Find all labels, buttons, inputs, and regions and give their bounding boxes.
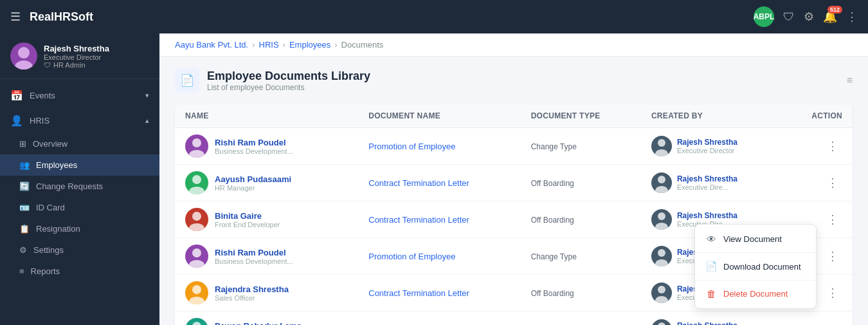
col-doc-name: Document Name — [358, 104, 520, 128]
emp-role-2: Front End Developer — [215, 221, 280, 228]
emp-avatar-3 — [185, 245, 208, 268]
emp-name-1: Aayush Pudasaami — [215, 174, 291, 184]
emp-name-3: Rishi Ram Poudel — [215, 248, 293, 257]
table-header-row: Name Document Name Document Type Created… — [175, 104, 853, 128]
doc-type-4: Off Boarding — [531, 289, 574, 298]
hris-icon: 👤 — [10, 115, 23, 127]
more-options-icon[interactable]: ⋮ — [846, 10, 858, 24]
svg-point-13 — [655, 223, 668, 230]
doc-link-3[interactable]: Promotion of Employee — [368, 252, 455, 261]
svg-point-1 — [15, 60, 33, 70]
cell-emp-5: Pawan Bahadur Lama Executive Director — [175, 311, 358, 326]
emp-avatar-1 — [185, 171, 208, 194]
svg-point-14 — [192, 248, 201, 257]
breadcrumb-hris[interactable]: HRIS — [259, 40, 279, 50]
breadcrumb-employees[interactable]: Employees — [289, 40, 330, 50]
created-avatar-4 — [651, 283, 672, 303]
sidebar-item-change-requests[interactable]: 🔄 Change Requests — [0, 176, 159, 197]
sidebar-item-hris[interactable]: 👤 HRIS ▴ — [0, 108, 159, 133]
page-header-icon: 📄 — [175, 68, 199, 93]
doc-link-1[interactable]: Contract Termination Letter — [368, 178, 469, 188]
overview-icon: ⊞ — [19, 139, 26, 149]
employees-icon: 👥 — [19, 160, 30, 170]
action-button-3[interactable]: ⋮ — [823, 246, 842, 266]
svg-point-20 — [658, 286, 665, 293]
hamburger-icon[interactable]: ☰ — [10, 10, 21, 24]
shield-small-icon: 🛡 — [44, 61, 51, 69]
svg-point-0 — [18, 47, 30, 59]
cell-action-0: ⋮ — [784, 128, 853, 165]
sep2: › — [283, 40, 285, 50]
emp-role-0: Business Development... — [215, 147, 293, 155]
main-content: Aayu Bank Pvt. Ltd. › HRIS › Employees ›… — [159, 33, 868, 325]
cell-emp-0: Rishi Ram Poudel Business Development... — [175, 128, 358, 165]
sidebar: Rajesh Shrestha Executive Director 🛡 HR … — [0, 33, 159, 325]
notification-count: 512 — [827, 6, 842, 14]
dropdown-view-doc[interactable]: 👁 View Document — [695, 227, 816, 251]
created-name-2: Rajesh Shrestha — [677, 211, 737, 220]
shield-icon: 🛡 — [783, 10, 795, 24]
breadcrumb-company[interactable]: Aayu Bank Pvt. Ltd. — [175, 40, 248, 50]
action-button-5[interactable]: ⋮ — [823, 320, 842, 325]
sidebar-item-events[interactable]: 📅 Events ▾ — [0, 83, 159, 108]
cell-created-0: Rajesh Shrestha Executive Director — [641, 128, 784, 165]
sidebar-item-overview[interactable]: ⊞ Overview — [0, 133, 159, 154]
user-avatar — [10, 42, 37, 70]
sidebar-item-id-card[interactable]: 🪪 ID Card — [0, 197, 159, 218]
emp-avatar-4 — [185, 281, 208, 304]
doc-link-4[interactable]: Contract Termination Letter — [368, 288, 469, 298]
dropdown-divider-1 — [695, 252, 816, 253]
delete-icon: 🗑 — [705, 288, 717, 299]
svg-point-16 — [658, 249, 665, 257]
sidebar-item-employees[interactable]: 👥 Employees — [0, 154, 159, 176]
created-avatar-5 — [651, 319, 672, 325]
view-icon: 👁 — [705, 234, 717, 245]
settings-icon[interactable]: ⚙ — [804, 10, 814, 24]
sidebar-item-settings[interactable]: ⚙ Settings — [0, 239, 159, 261]
created-avatar-3 — [651, 246, 672, 266]
col-doc-type: Document Type — [521, 104, 641, 128]
cell-doc-1: Contract Termination Letter — [358, 165, 520, 201]
breadcrumb-current: Documents — [341, 40, 384, 50]
cell-doc-2: Contract Termination Letter — [358, 201, 520, 238]
doc-link-2[interactable]: Contract Termination Letter — [368, 215, 469, 225]
sidebar-item-reports[interactable]: ≡ Reports — [0, 261, 159, 282]
created-avatar-0 — [651, 136, 672, 156]
cell-created-5: Rajesh Shrestha Executive Director — [641, 311, 784, 326]
cell-emp-3: Rishi Ram Poudel Business Development... — [175, 238, 358, 275]
action-button-4[interactable]: ⋮ — [823, 283, 842, 302]
dropdown-download-doc[interactable]: 📄 Download Document — [695, 254, 816, 279]
emp-role-3: Business Development... — [215, 257, 293, 265]
page-header: 📄 Employee Documents Library List of emp… — [175, 68, 853, 93]
svg-point-15 — [189, 260, 204, 268]
created-avatar-1 — [651, 172, 672, 193]
cell-doc-4: Contract Termination Letter — [358, 275, 520, 311]
notifications-wrapper[interactable]: 🔔 512 — [823, 10, 837, 24]
table-row: Aayush Pudasaami HR Manager Contract Ter… — [175, 165, 853, 201]
cell-action-1: ⋮ — [784, 165, 853, 201]
doc-type-3: Change Type — [531, 252, 577, 261]
doc-link-0[interactable]: Promotion of Employee — [368, 142, 455, 151]
action-button-1[interactable]: ⋮ — [823, 173, 842, 192]
download-icon: 📄 — [705, 261, 717, 272]
action-dropdown-menu: 👁 View Document 📄 Download Document 🗑 De… — [694, 224, 817, 309]
svg-point-8 — [658, 176, 665, 183]
cell-emp-2: Binita Gaire Front End Developer — [175, 201, 358, 238]
table-row: Pawan Bahadur Lama Executive Director Co… — [175, 311, 853, 326]
svg-point-11 — [189, 223, 204, 231]
nav-section: 📅 Events ▾ 👤 HRIS ▴ ⊞ Overview 👥 Employe… — [0, 79, 159, 286]
cell-type-0: Change Type — [521, 128, 641, 165]
sidebar-item-resignation[interactable]: 📋 Resignation — [0, 218, 159, 239]
app-brand: RealHRSoft — [30, 10, 93, 24]
svg-point-2 — [192, 138, 201, 147]
breadcrumb: Aayu Bank Pvt. Ltd. › HRIS › Employees ›… — [159, 33, 868, 57]
cell-type-5: Off Boarding — [521, 311, 641, 326]
dropdown-delete-doc[interactable]: 🗑 Delete Document — [695, 282, 816, 306]
delete-label: Delete Document — [723, 289, 788, 299]
action-button-2[interactable]: ⋮ — [823, 210, 842, 229]
cell-type-1: Off Boarding — [521, 165, 641, 201]
filter-icon[interactable]: ≡ — [847, 75, 853, 86]
action-button-0[interactable]: ⋮ — [823, 136, 842, 156]
cell-doc-3: Promotion of Employee — [358, 238, 520, 275]
cell-doc-5: Contract Termination Letter — [358, 311, 520, 326]
